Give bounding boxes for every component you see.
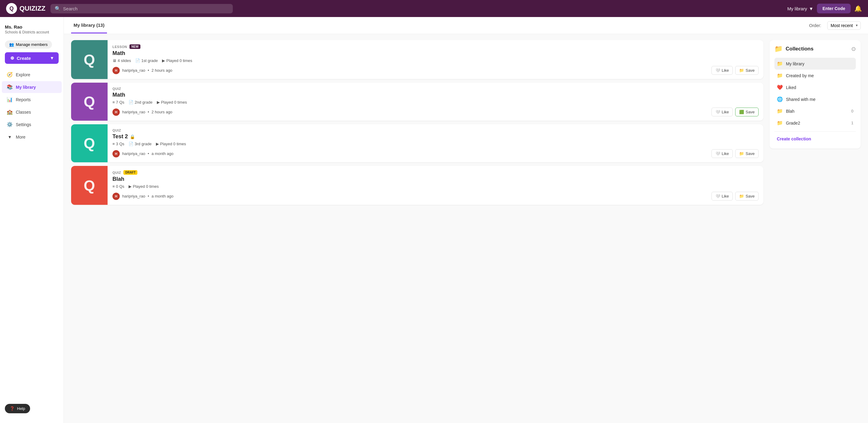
like-button[interactable]: 🤍 Like xyxy=(711,149,733,158)
logo[interactable]: Q QUIZIZZ xyxy=(6,3,45,14)
quiz-author: H haripriya_rao • a month ago xyxy=(113,150,174,157)
meta-icon: ▶ xyxy=(162,58,165,63)
collections-settings-icon[interactable]: ⊙ xyxy=(851,45,856,52)
quiz-card[interactable]: Q QUIZ DRAFT Blah ≡ 0 Qs▶ Played 0 times… xyxy=(71,166,764,205)
avatar: H xyxy=(113,150,120,157)
collections-title: Collections xyxy=(786,46,848,52)
meta-item: ≡ 7 Qs xyxy=(113,100,124,104)
bell-icon[interactable]: 🔔 xyxy=(854,5,862,12)
enter-code-button[interactable]: Enter Code xyxy=(817,4,851,13)
sidebar-item-more[interactable]: ▾ More xyxy=(2,131,62,143)
sidebar-item-explore[interactable]: 🧭 Explore xyxy=(2,69,62,80)
collection-name: Shared with me xyxy=(786,97,854,102)
quiz-title: Math xyxy=(113,92,758,98)
sidebar: Ms. Rao Schools & Districts account 👥 Ma… xyxy=(0,17,64,423)
collection-name: My library xyxy=(786,61,854,66)
collection-item-grade2[interactable]: 📁 Grade2 1 xyxy=(774,117,856,129)
sidebar-item-classes[interactable]: 🏫 Classes xyxy=(2,106,62,118)
quiz-meta: ≡ 0 Qs▶ Played 0 times xyxy=(113,184,758,189)
search-input[interactable] xyxy=(63,6,228,11)
quiz-footer: H haripriya_rao • a month ago 🤍 Like 📁 S… xyxy=(113,192,758,201)
order-select[interactable]: Most recent Oldest A-Z Z-A xyxy=(827,21,861,30)
quiz-card[interactable]: Q QUIZ Test 2 🔒 ≡ 3 Qs📄 3rd grade▶ Playe… xyxy=(71,124,764,162)
collection-item-my-library[interactable]: 📁 My library xyxy=(774,58,856,70)
quiz-list: Q LESSON NEW Math 🖥 4 slides📄 1st grade▶… xyxy=(71,40,764,205)
search-bar: 🔍 xyxy=(51,4,233,13)
heart-icon: 🤍 xyxy=(715,194,720,198)
quiz-actions: 🤍 Like 📁 Save xyxy=(711,192,759,201)
quiz-logo: Q xyxy=(84,51,95,68)
meta-item: 🖥 4 slides xyxy=(113,58,131,63)
time-separator: • xyxy=(148,151,149,156)
save-button[interactable]: 📁 Save xyxy=(735,192,758,201)
meta-item: ▶ Played 0 times xyxy=(156,141,186,146)
library-selector[interactable]: My library ▼ xyxy=(787,6,813,11)
quiz-type-row: QUIZ DRAFT xyxy=(113,170,758,175)
top-navigation: Q QUIZIZZ 🔍 My library ▼ Enter Code 🔔 xyxy=(0,0,868,17)
quiz-footer: H haripriya_rao • 2 hours ago 🤍 Like 🟩 S… xyxy=(113,107,758,117)
create-collection-button[interactable]: Create collection xyxy=(774,134,814,144)
collection-item-created-by-me[interactable]: 📁 Created by me xyxy=(774,70,856,82)
collection-item-liked[interactable]: ❤️ Liked xyxy=(774,82,856,93)
chevron-down-icon: ▾ xyxy=(7,134,13,140)
save-button[interactable]: 🟩 Save xyxy=(735,107,758,117)
like-button[interactable]: 🤍 Like xyxy=(711,107,733,117)
collection-item-shared-with-me[interactable]: 🌐 Shared with me xyxy=(774,93,856,105)
quiz-author: H haripriya_rao • 2 hours ago xyxy=(113,108,172,116)
people-icon: 👥 xyxy=(9,42,14,47)
quiz-body: QUIZ Test 2 🔒 ≡ 3 Qs📄 3rd grade▶ Played … xyxy=(107,124,764,162)
sidebar-item-label: Classes xyxy=(16,110,31,115)
quiz-title: Math xyxy=(113,50,758,57)
create-dropdown-icon: ▾ xyxy=(51,55,53,61)
avatar: H xyxy=(113,67,120,74)
quiz-type-row: QUIZ xyxy=(113,87,758,91)
time-separator: • xyxy=(148,194,149,198)
new-badge: NEW xyxy=(129,44,140,49)
user-subtitle: Schools & Districts account xyxy=(5,30,59,34)
save-button[interactable]: 📁 Save xyxy=(735,149,758,158)
meta-icon: ≡ xyxy=(113,100,115,104)
library-tab[interactable]: My library (13) xyxy=(71,18,107,33)
sidebar-item-label: My library xyxy=(16,85,36,90)
help-icon: ❓ xyxy=(10,406,14,411)
quiz-author: H haripriya_rao • a month ago xyxy=(113,193,174,200)
author-name: haripriya_rao xyxy=(122,110,145,114)
heart-icon: 🤍 xyxy=(715,151,720,156)
lock-icon: 🔒 xyxy=(130,134,135,139)
folder-icon: 📁 xyxy=(777,73,783,78)
sidebar-item-settings[interactable]: ⚙️ Settings xyxy=(2,119,62,130)
like-button[interactable]: 🤍 Like xyxy=(711,192,733,201)
meta-icon: ▶ xyxy=(129,184,132,189)
like-button[interactable]: 🤍 Like xyxy=(711,66,733,75)
chevron-down-icon: ▼ xyxy=(809,6,813,11)
collection-name: Blah xyxy=(786,109,848,113)
sidebar-bottom: ❓ Help xyxy=(0,399,64,418)
quiz-meta: 🖥 4 slides📄 1st grade▶ Played 0 times xyxy=(113,58,758,63)
create-button[interactable]: ⊕ Create ▾ xyxy=(5,52,59,64)
order-label: Order: xyxy=(809,23,821,28)
quiz-logo: Q xyxy=(84,93,95,110)
collection-name: Created by me xyxy=(786,73,854,78)
meta-icon: 🖥 xyxy=(113,58,116,63)
manage-members-button[interactable]: 👥 Manage members xyxy=(5,40,52,48)
quiz-type-label: QUIZ xyxy=(113,87,121,91)
collection-item-blah[interactable]: 📁 Blah 0 xyxy=(774,105,856,117)
draft-badge: DRAFT xyxy=(123,170,137,175)
avatar: H xyxy=(113,193,120,200)
time-ago: a month ago xyxy=(151,151,173,156)
explore-icon: 🧭 xyxy=(7,72,13,77)
quiz-card[interactable]: Q LESSON NEW Math 🖥 4 slides📄 1st grade▶… xyxy=(71,40,764,79)
author-name: haripriya_rao xyxy=(122,68,145,73)
help-button[interactable]: ❓ Help xyxy=(5,404,30,413)
quiz-thumbnail: Q xyxy=(71,166,107,205)
quiz-type-label: LESSON xyxy=(113,45,127,48)
sidebar-item-reports[interactable]: 📊 Reports xyxy=(2,94,62,105)
meta-item: ≡ 3 Qs xyxy=(113,141,124,146)
sidebar-item-label: Reports xyxy=(16,97,31,102)
meta-item: ▶ Played 0 times xyxy=(129,184,159,189)
quiz-card[interactable]: Q QUIZ Math ≡ 7 Qs📄 2nd grade▶ Played 0 … xyxy=(71,83,764,121)
save-icon: 🟩 xyxy=(739,110,744,114)
save-button[interactable]: 📁 Save xyxy=(735,66,758,75)
folder-icon: 📁 xyxy=(777,61,783,67)
sidebar-item-my-library[interactable]: 📚 My library xyxy=(2,81,62,93)
